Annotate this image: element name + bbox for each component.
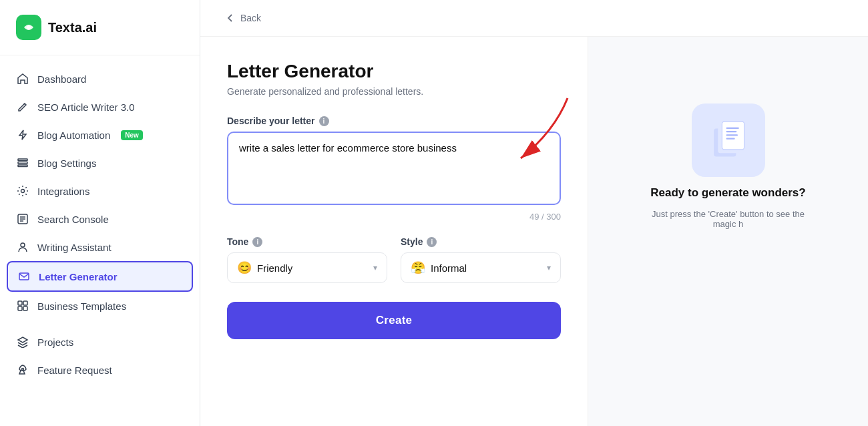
rocket-icon [16,363,29,377]
tone-label: Tone i [227,236,387,247]
gear-icon [16,184,29,198]
content-area: Letter Generator Generate personalized a… [200,37,868,426]
letter-textarea[interactable] [227,132,561,205]
new-badge: New [121,130,143,140]
nav-list: Dashboard SEO Article Writer 3.0 Blog Au… [0,55,200,426]
style-chevron-icon: ▾ [547,263,551,272]
sidebar-item-label: Projects [37,337,73,348]
style-info-icon[interactable]: i [427,237,437,247]
page-subtitle: Generate personalized and professional l… [227,86,561,97]
svg-rect-2 [18,162,27,164]
envelope-icon [17,270,31,283]
sidebar-item-label: Integrations [37,186,89,197]
letter-info-icon[interactable]: i [319,116,329,126]
svg-point-6 [21,243,25,247]
style-value: Informal [431,262,541,274]
right-panel: Ready to generate wonders? Just press th… [588,37,868,426]
logo-area: Texta.ai [0,0,200,55]
sidebar-item-label: Letter Generator [39,271,118,282]
svg-rect-17 [726,128,738,129]
create-button[interactable]: Create [227,302,561,339]
form-panel: Letter Generator Generate personalized a… [200,37,588,426]
sidebar-item-label: Blog Automation [37,130,110,141]
sidebar-item-label: Dashboard [37,73,86,85]
svg-point-12 [22,369,24,371]
tone-chevron-icon: ▾ [373,263,377,272]
right-panel-title: Ready to generate wonders? [650,186,805,200]
illustration-icon [705,117,752,164]
letter-field-label: Describe your letter i [227,116,561,126]
svg-rect-3 [18,165,27,167]
layers-icon [16,335,29,349]
illustration [692,103,765,177]
tone-dropdown[interactable]: 😊 Friendly ▾ [227,252,387,283]
svg-rect-11 [23,306,27,310]
sidebar-item-integrations[interactable]: Integrations [0,177,200,205]
char-count: 49 / 300 [227,212,561,222]
pencil-icon [16,100,29,114]
sidebar-item-label: Business Templates [37,300,126,312]
tone-info-icon[interactable]: i [252,237,262,247]
sidebar-item-label: Blog Settings [37,158,96,169]
sidebar: Texta.ai Dashboard SEO Article Writer 3.… [0,0,200,426]
lightning-icon [16,128,29,142]
right-panel-subtitle: Just press the 'Create' button to see th… [642,209,815,229]
sidebar-item-search-console[interactable]: Search Console [0,205,200,233]
sidebar-item-blog-settings[interactable]: Blog Settings [0,149,200,177]
tone-emoji: 😊 [237,260,252,275]
sidebar-item-label: Writing Assistant [37,242,112,253]
tone-dropdown-group: Tone i 😊 Friendly ▾ [227,236,387,283]
style-label: Style i [401,236,561,247]
tone-value: Friendly [257,262,368,274]
style-dropdown[interactable]: 😤 Informal ▾ [401,252,561,283]
svg-point-4 [21,190,25,193]
svg-rect-20 [726,138,734,140]
search-console-icon [16,212,29,226]
svg-rect-18 [726,131,736,132]
logo-text: Texta.ai [48,20,97,35]
svg-rect-9 [23,301,27,305]
sidebar-item-label: Search Console [37,214,109,225]
home-icon [16,72,29,85]
sidebar-item-seo-writer[interactable]: SEO Article Writer 3.0 [0,93,200,121]
sidebar-item-projects[interactable]: Projects [0,328,200,356]
svg-rect-19 [726,134,738,136]
sidebar-item-letter-generator[interactable]: Letter Generator [7,261,193,292]
svg-rect-8 [18,301,22,305]
blog-settings-icon [16,156,29,170]
sidebar-item-label: Feature Request [37,365,112,376]
grid-icon [16,299,29,312]
svg-rect-7 [19,273,29,280]
back-arrow-icon [224,12,236,24]
sidebar-item-business-templates[interactable]: Business Templates [0,292,200,320]
back-label: Back [240,13,261,23]
sidebar-item-writing-assistant[interactable]: Writing Assistant [0,233,200,261]
sidebar-item-feature-request[interactable]: Feature Request [0,356,200,384]
main-content: Back Letter Generator Generate personali… [200,0,868,426]
svg-rect-10 [18,306,22,310]
sidebar-item-blog-automation[interactable]: Blog Automation New [0,121,200,149]
logo-icon [16,15,41,40]
svg-point-0 [27,25,31,29]
dropdowns-row: Tone i 😊 Friendly ▾ Style i [227,236,561,283]
top-bar: Back [200,0,868,37]
back-button[interactable]: Back [224,12,261,24]
writing-assistant-icon [16,240,29,254]
sidebar-item-dashboard[interactable]: Dashboard [0,65,200,93]
sidebar-item-label: SEO Article Writer 3.0 [37,101,135,113]
page-title: Letter Generator [227,61,561,82]
style-dropdown-group: Style i 😤 Informal ▾ [401,236,561,283]
right-inner: Ready to generate wonders? Just press th… [642,103,815,229]
svg-rect-1 [18,159,27,161]
style-emoji: 😤 [411,260,425,275]
